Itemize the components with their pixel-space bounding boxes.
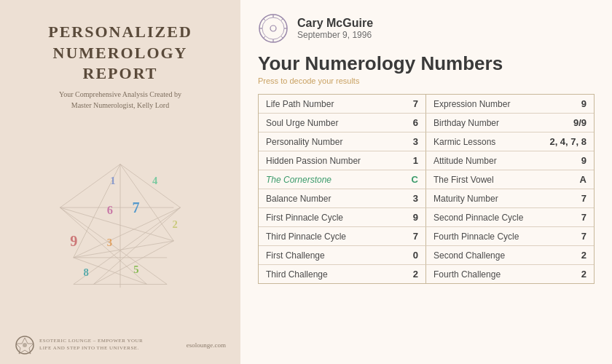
svg-line-3	[120, 165, 181, 208]
row-value: 7	[569, 193, 586, 204]
numbers-table: Life Path Number7Soul Urge Number6Person…	[258, 94, 595, 284]
table-row[interactable]: Maturity Number7	[426, 189, 594, 208]
row-label: Third Pinnacle Cycle	[266, 232, 346, 242]
table-row[interactable]: Karmic Lessons2, 4, 7, 8	[426, 132, 594, 151]
table-row[interactable]: Personality Number3	[259, 132, 426, 151]
star-svg: 1 4 6 7 2 3 9 5 8	[40, 151, 200, 297]
row-value: 7	[401, 231, 418, 242]
row-value: 3	[401, 193, 418, 204]
row-label: First Challenge	[266, 250, 325, 261]
star-diagram: 1 4 6 7 2 3 9 5 8	[40, 151, 200, 297]
table-row[interactable]: Life Path Number7	[259, 95, 426, 114]
svg-text:7: 7	[133, 200, 140, 216]
svg-text:3: 3	[107, 237, 112, 249]
table-row[interactable]: Second Challenge2	[426, 246, 594, 265]
row-label: Birthday Number	[434, 118, 499, 128]
row-value: 3	[401, 136, 418, 147]
row-label: Expression Number	[434, 99, 510, 109]
svg-point-31	[270, 25, 276, 31]
user-avatar-icon	[258, 13, 289, 44]
footer: Esoteric Lounge – Empower Your Life and …	[15, 335, 226, 355]
row-label: Karmic Lessons	[434, 137, 495, 147]
right-column: Expression Number9Birthday Number9/9Karm…	[426, 95, 594, 283]
row-value: 9/9	[569, 117, 586, 128]
table-row[interactable]: Attitude Number9	[426, 151, 594, 170]
row-label: Attitude Number	[434, 156, 497, 166]
row-label: Fourth Pinnacle Cycle	[434, 232, 519, 242]
table-row[interactable]: First Challenge0	[259, 246, 426, 265]
title-text: Personalized Numerology Report	[15, 22, 226, 84]
svg-point-30	[262, 17, 284, 39]
table-row[interactable]: Soul Urge Number6	[259, 114, 426, 132]
table-row[interactable]: Expression Number9	[426, 95, 594, 114]
svg-point-28	[23, 343, 27, 347]
table-row[interactable]: Third Pinnacle Cycle7	[259, 227, 426, 246]
footer-logo-text: Esoteric Lounge – Empower Your Life and …	[39, 338, 143, 352]
svg-line-1	[120, 165, 173, 241]
row-label: Life Path Number	[266, 99, 334, 109]
row-label: Third Challenge	[266, 269, 328, 280]
row-value: 7	[569, 231, 586, 242]
title-subtitle: Your Comprehensive Analysis Created by M…	[15, 89, 226, 111]
section-title: Your Numerology Numbers	[258, 52, 595, 75]
row-label: The Cornerstone	[266, 175, 332, 185]
svg-text:5: 5	[133, 264, 138, 275]
row-value: 7	[401, 98, 418, 109]
report-title: Personalized Numerology Report Your Comp…	[15, 22, 226, 111]
row-value: 9	[569, 98, 586, 109]
table-row[interactable]: Fourth Pinnacle Cycle7	[426, 227, 594, 246]
left-panel: Personalized Numerology Report Your Comp…	[0, 0, 240, 364]
svg-text:8: 8	[84, 266, 89, 278]
row-value: 1	[401, 155, 418, 166]
row-label: Second Pinnacle Cycle	[434, 213, 523, 223]
footer-logo: Esoteric Lounge – Empower Your Life and …	[15, 335, 143, 355]
row-value: 2, 4, 7, 8	[549, 136, 586, 147]
user-info: Cary McGuire September 9, 1996	[297, 17, 373, 40]
svg-text:6: 6	[107, 204, 113, 218]
row-label: Second Challenge	[434, 250, 505, 261]
section-subtitle: Press to decode your results	[258, 76, 595, 85]
user-date: September 9, 1996	[297, 30, 373, 40]
row-label: Fourth Challenge	[434, 269, 501, 280]
row-value: 9	[569, 155, 586, 166]
svg-line-5	[74, 207, 181, 258]
svg-text:1: 1	[110, 175, 115, 186]
row-value: 6	[401, 117, 418, 128]
table-row[interactable]: Birthday Number9/9	[426, 114, 594, 132]
row-label: Maturity Number	[434, 194, 498, 204]
left-column: Life Path Number7Soul Urge Number6Person…	[259, 95, 426, 283]
table-row[interactable]: The First VowelA	[426, 170, 594, 189]
user-header: Cary McGuire September 9, 1996	[258, 13, 595, 44]
table-row[interactable]: Hidden Passion Number1	[259, 151, 426, 170]
table-row[interactable]: Second Pinnacle Cycle7	[426, 208, 594, 227]
row-label: Personality Number	[266, 137, 342, 147]
row-value: 0	[401, 250, 418, 261]
row-label: Soul Urge Number	[266, 118, 338, 128]
right-panel: Cary McGuire September 9, 1996 Your Nume…	[240, 0, 612, 364]
row-value: 2	[401, 269, 418, 280]
table-row[interactable]: First Pinnacle Cycle9	[259, 208, 426, 227]
table-row[interactable]: Third Challenge2	[259, 265, 426, 283]
row-value: 2	[569, 269, 586, 280]
table-row[interactable]: Balance Number3	[259, 189, 426, 208]
esoteric-logo-icon	[15, 335, 35, 355]
svg-text:9: 9	[70, 234, 77, 250]
row-value: 7	[569, 212, 586, 223]
svg-text:4: 4	[152, 175, 158, 186]
footer-url: esolounge.com	[187, 341, 226, 349]
table-row[interactable]: Fourth Challenge2	[426, 265, 594, 283]
row-value: 2	[569, 250, 586, 261]
row-label: Hidden Passion Number	[266, 156, 361, 166]
svg-text:2: 2	[173, 218, 178, 230]
table-row[interactable]: The CornerstoneC	[259, 170, 426, 189]
row-label: First Pinnacle Cycle	[266, 213, 343, 223]
row-value: A	[569, 174, 586, 185]
row-label: Balance Number	[266, 194, 331, 204]
row-value: C	[401, 174, 418, 185]
row-value: 9	[401, 212, 418, 223]
user-name: Cary McGuire	[297, 17, 373, 30]
row-label: The First Vowel	[434, 175, 494, 185]
